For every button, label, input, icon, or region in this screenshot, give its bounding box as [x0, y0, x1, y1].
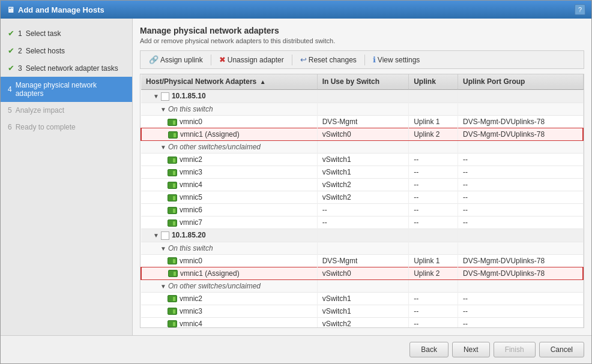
sidebar-step-num-3: 3	[18, 64, 22, 73]
table-row[interactable]: vmnic0DVS-MgmtUplink 1DVS-Mgmt-DVUplinks…	[141, 254, 583, 267]
table-body: ▼10.1.85.10▼On this switchvmnic0DVS-Mgmt…	[141, 89, 583, 328]
table-row[interactable]: vmnic1 (Assigned)vSwitch0Uplink 2DVS-Mgm…	[141, 128, 583, 140]
table-row[interactable]: vmnic7------	[141, 216, 583, 228]
cell-in-use: vSwitch2	[317, 191, 408, 203]
check-icon-3: ✔	[8, 64, 14, 73]
sidebar-label-manage-adapters: Manage physical network adapters	[16, 81, 125, 98]
col-uplink[interactable]: Uplink	[409, 74, 458, 89]
toolbar-separator-2	[292, 55, 292, 65]
nic-icon	[168, 169, 177, 176]
table-row[interactable]: vmnic3vSwitch1----	[141, 166, 583, 178]
sidebar-item-select-hosts[interactable]: ✔ 2 Select hosts	[1, 42, 132, 59]
finish-button[interactable]: Finish	[494, 342, 536, 357]
nic-icon	[168, 194, 177, 201]
cell-in-use: --	[317, 203, 408, 216]
cell-uplink: --	[409, 191, 458, 203]
cell-in-use	[317, 89, 408, 103]
cell-host-adapter: vmnic3	[141, 166, 317, 178]
nic-icon	[168, 219, 177, 227]
unassign-adapter-button[interactable]: ✖ Unassign adapter	[214, 53, 289, 66]
cell-in-use	[317, 103, 408, 115]
view-settings-button[interactable]: ℹ View settings	[368, 53, 424, 66]
sort-icon-col1: ▲	[260, 79, 266, 85]
sidebar-label-ready-to-complete: Ready to complete	[16, 123, 76, 131]
cell-uplink-port-group	[458, 89, 583, 103]
cell-host-adapter: ▼10.1.85.10	[141, 89, 317, 103]
table-row[interactable]: ▼On this switch	[141, 103, 583, 115]
cell-in-use: DVS-Mgmt	[317, 254, 408, 267]
main-title: Manage physical network adapters	[140, 26, 584, 35]
cancel-button[interactable]: Cancel	[539, 342, 584, 357]
cell-in-use	[317, 242, 408, 254]
sidebar-item-analyze-impact: 5 Analyze impact	[1, 102, 132, 119]
cell-uplink: Uplink 2	[409, 267, 458, 279]
col-uplink-port-group[interactable]: Uplink Port Group	[458, 74, 583, 89]
assign-uplink-button[interactable]: 🔗 Assign uplink	[144, 53, 208, 66]
footer: Back Next Finish Cancel	[1, 335, 591, 363]
cell-uplink-port-group: --	[458, 178, 583, 191]
table-row[interactable]: vmnic1 (Assigned)vSwitch0Uplink 2DVS-Mgm…	[141, 267, 583, 279]
table-row[interactable]: vmnic2vSwitch1----	[141, 292, 583, 305]
help-button[interactable]: ?	[575, 4, 585, 15]
table-row[interactable]: ▼On this switch	[141, 242, 583, 254]
cell-uplink-port-group: DVS-Mgmt-DVUplinks-78	[458, 128, 583, 140]
cell-uplink-port-group: --	[458, 317, 583, 328]
content-area: ✔ 1 Select task ✔ 2 Select hosts ✔ 3 Sel…	[1, 19, 591, 335]
back-button[interactable]: Back	[409, 342, 449, 357]
table-row[interactable]: vmnic0DVS-MgmtUplink 1DVS-Mgmt-DVUplinks…	[141, 115, 583, 128]
table-row[interactable]: ▼On other switches/unclaimed	[141, 140, 583, 153]
expand-arrow: ▼	[153, 232, 159, 239]
cell-host-adapter: ▼10.1.85.20	[141, 228, 317, 242]
cell-uplink: --	[409, 292, 458, 305]
sidebar-label-analyze-impact: Analyze impact	[16, 106, 64, 115]
sidebar-step-num-4: 4	[8, 85, 12, 94]
toolbar-separator-1	[211, 55, 211, 65]
table-row[interactable]: vmnic3vSwitch1----	[141, 305, 583, 317]
cell-uplink-port-group: --	[458, 203, 583, 216]
table-row[interactable]: vmnic6------	[141, 203, 583, 216]
cell-uplink-port-group	[458, 103, 583, 115]
sidebar: ✔ 1 Select task ✔ 2 Select hosts ✔ 3 Sel…	[1, 19, 133, 335]
sidebar-item-manage-adapters[interactable]: 4 Manage physical network adapters	[1, 77, 132, 102]
cell-uplink: --	[409, 317, 458, 328]
cell-uplink-port-group: --	[458, 191, 583, 203]
table-row[interactable]: ▼On other switches/unclaimed	[141, 279, 583, 292]
table-row[interactable]: vmnic4vSwitch2----	[141, 178, 583, 191]
sidebar-item-select-task[interactable]: ✔ 1 Select task	[1, 25, 132, 42]
main-subtitle: Add or remove physical network adapters …	[140, 37, 584, 44]
cell-uplink: --	[409, 203, 458, 216]
cell-host-adapter: vmnic4	[141, 317, 317, 328]
table-row[interactable]: vmnic5vSwitch2----	[141, 191, 583, 203]
cell-uplink: --	[409, 305, 458, 317]
col-host-adapters[interactable]: Host/Physical Network Adapters ▲	[141, 74, 317, 89]
sidebar-step-num-5: 5	[8, 106, 12, 115]
expand-arrow: ▼	[160, 283, 166, 290]
sidebar-item-select-network-tasks[interactable]: ✔ 3 Select network adapter tasks	[1, 59, 132, 77]
cell-in-use: vSwitch1	[317, 153, 408, 166]
adapters-table-container[interactable]: Host/Physical Network Adapters ▲ In Use …	[140, 74, 584, 328]
reset-changes-button[interactable]: ↩ Reset changes	[295, 53, 361, 66]
nic-icon	[168, 257, 177, 264]
table-row[interactable]: vmnic4vSwitch2----	[141, 317, 583, 328]
cell-in-use: vSwitch0	[317, 128, 408, 140]
sidebar-step-num-2: 2	[18, 47, 22, 55]
view-settings-icon: ℹ	[373, 55, 376, 64]
cell-host-adapter: vmnic1 (Assigned)	[141, 128, 317, 140]
col-in-use[interactable]: In Use by Switch	[317, 74, 408, 89]
cell-uplink: --	[409, 178, 458, 191]
cell-uplink: --	[409, 166, 458, 178]
table-row[interactable]: ▼10.1.85.10	[141, 89, 583, 103]
sidebar-step-num-1: 1	[18, 29, 22, 38]
table-row[interactable]: vmnic2vSwitch1----	[141, 153, 583, 166]
assign-uplink-icon: 🔗	[149, 55, 159, 64]
next-button[interactable]: Next	[452, 342, 490, 357]
unassign-adapter-label: Unassign adapter	[228, 56, 284, 64]
sidebar-label-select-hosts: Select hosts	[26, 47, 65, 55]
toolbar: 🔗 Assign uplink ✖ Unassign adapter ↩ Res…	[140, 50, 584, 69]
check-icon-2: ✔	[8, 46, 14, 55]
cell-uplink	[409, 89, 458, 103]
assign-uplink-label: Assign uplink	[160, 56, 203, 64]
table-row[interactable]: ▼10.1.85.20	[141, 228, 583, 242]
cell-uplink	[409, 279, 458, 292]
cell-uplink-port-group: DVS-Mgmt-DVUplinks-78	[458, 267, 583, 279]
